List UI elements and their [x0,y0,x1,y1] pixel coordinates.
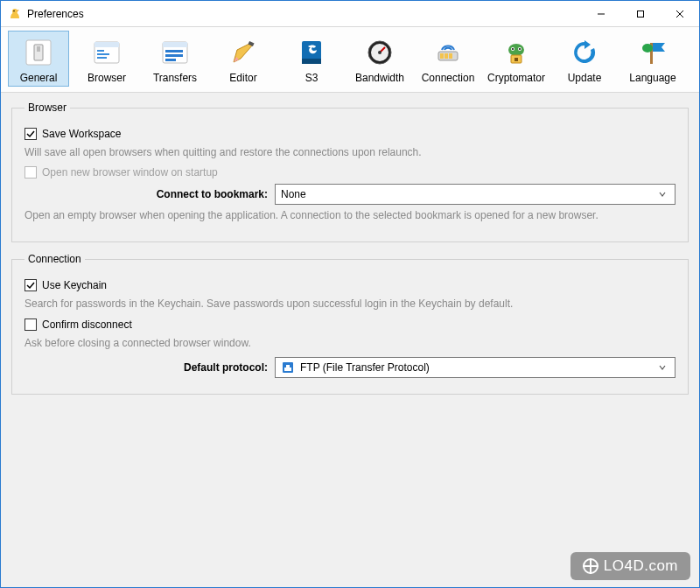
svg-rect-11 [97,50,104,52]
group-legend: Browser [24,102,70,114]
svg-rect-23 [302,59,321,64]
svg-rect-13 [97,57,107,59]
svg-rect-12 [97,53,109,55]
cryptomator-icon [499,35,534,70]
tab-label: Connection [422,72,475,84]
svg-rect-31 [449,53,452,59]
svg-rect-17 [165,54,183,57]
tab-label: Cryptomator [487,72,545,84]
checkbox-icon [24,318,37,331]
svg-point-40 [642,44,653,52]
tab-bandwidth[interactable]: Bandwidth [349,31,410,87]
svg-point-0 [12,9,18,14]
chevron-down-icon [655,363,669,372]
maximize-button[interactable] [620,1,660,27]
svg-point-1 [13,10,15,11]
content-area: Browser Save Workspace Will save all ope… [1,93,699,587]
connect-bookmark-row: Connect to bookmark: None [24,184,676,205]
globe-icon [583,558,598,574]
default-protocol-select[interactable]: FTP (File Transfer Protocol) [275,357,676,378]
update-icon [567,35,602,70]
svg-point-36 [519,48,521,50]
group-connection: Connection Use Keychain Search for passw… [11,253,689,394]
checkbox-label: Confirm disconnect [42,318,132,331]
toolbar: General Browser Transfers Editor S3 [1,27,699,93]
tab-s3[interactable]: S3 [281,31,342,87]
save-workspace-desc: Will save all open browsers when quittin… [24,145,676,159]
svg-point-27 [378,51,382,54]
minimize-button[interactable] [581,1,620,27]
default-protocol-label: Default protocol: [24,361,275,374]
tab-label: General [20,72,58,84]
checkbox-save-workspace[interactable]: Save Workspace [24,128,676,140]
svg-rect-3 [637,10,643,17]
general-icon [21,35,56,70]
svg-rect-15 [163,42,187,47]
checkbox-open-new-window: Open new browser window on startup [24,166,676,178]
checkbox-icon [24,128,37,140]
checkbox-label: Open new browser window on startup [42,166,218,178]
svg-rect-42 [284,368,291,371]
use-keychain-desc: Search for passwords in the Keychain. Sa… [24,297,676,311]
connect-bookmark-label: Connect to bookmark: [24,188,275,200]
connect-bookmark-select[interactable]: None [275,184,676,205]
tab-label: Update [568,72,602,84]
checkbox-label: Save Workspace [42,128,122,140]
checkbox-label: Use Keychain [42,279,107,291]
group-legend: Connection [24,253,85,265]
app-icon [8,7,22,21]
checkbox-confirm-disconnect[interactable]: Confirm disconnect [24,318,676,331]
svg-rect-43 [286,365,290,368]
preferences-window: Preferences General Browser Transfers [0,0,700,588]
checkbox-icon [24,279,37,291]
watermark: LO4D.com [570,552,690,580]
chevron-down-icon [655,190,669,199]
tab-browser[interactable]: Browser [76,31,137,87]
connection-icon [430,35,466,70]
select-value: None [281,188,655,200]
svg-rect-29 [440,53,444,59]
editor-icon [226,35,261,70]
checkbox-icon [24,166,37,178]
connect-bookmark-desc: Open an empty browser when opening the a… [24,208,676,222]
tab-connection[interactable]: Connection [417,31,479,87]
tab-cryptomator[interactable]: Cryptomator [486,31,547,87]
tab-label: Language [629,72,676,84]
bandwidth-icon [362,35,397,70]
tab-label: Editor [229,72,256,84]
svg-rect-16 [165,50,183,52]
svg-rect-8 [37,46,40,52]
svg-rect-38 [514,58,518,61]
tab-label: S3 [305,72,318,84]
browser-icon [89,35,124,70]
svg-rect-18 [165,59,176,61]
svg-point-32 [508,44,524,56]
tab-language[interactable]: Language [622,31,683,87]
tab-general[interactable]: General [8,31,69,87]
tab-label: Bandwidth [355,72,404,84]
default-protocol-row: Default protocol: FTP (File Transfer Pro… [24,357,676,378]
svg-point-35 [512,48,514,50]
tab-update[interactable]: Update [554,31,615,87]
svg-rect-10 [94,42,119,47]
ftp-icon [281,360,295,374]
language-icon [635,35,670,70]
transfers-icon [158,35,192,70]
tab-editor[interactable]: Editor [213,31,274,87]
watermark-text: LO4D.com [604,557,678,575]
group-browser: Browser Save Workspace Will save all ope… [11,102,689,242]
title-bar: Preferences [1,1,699,27]
select-value: FTP (File Transfer Protocol) [300,361,655,374]
svg-rect-30 [444,53,448,59]
close-button[interactable] [660,1,699,27]
tab-label: Transfers [153,72,197,84]
tab-label: Browser [88,72,126,84]
confirm-disconnect-desc: Ask before closing a connected browser w… [24,336,676,350]
s3-icon [294,35,329,70]
checkbox-use-keychain[interactable]: Use Keychain [24,279,676,291]
tab-transfers[interactable]: Transfers [144,31,206,87]
window-title: Preferences [27,8,84,20]
